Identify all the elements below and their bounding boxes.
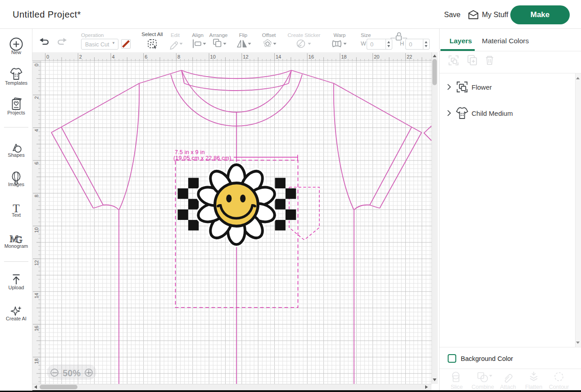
svg-text:8: 8 xyxy=(34,195,39,197)
svg-text:2: 2 xyxy=(34,96,39,99)
svg-text:4: 4 xyxy=(34,129,39,132)
svg-text:2: 2 xyxy=(79,54,82,59)
svg-text:18: 18 xyxy=(341,54,347,59)
svg-text:8: 8 xyxy=(177,54,180,59)
svg-text:16: 16 xyxy=(309,54,314,59)
svg-text:6: 6 xyxy=(34,162,39,164)
svg-text:6: 6 xyxy=(145,54,147,59)
svg-text:12: 12 xyxy=(243,54,248,59)
svg-text:0: 0 xyxy=(34,64,39,66)
svg-text:14: 14 xyxy=(276,54,281,59)
svg-text:(19.05 cm x 22.86 cm): (19.05 cm x 22.86 cm) xyxy=(173,155,231,161)
svg-text:22: 22 xyxy=(407,54,412,59)
svg-text:7.5 in x 9 in: 7.5 in x 9 in xyxy=(175,149,205,155)
svg-text:0: 0 xyxy=(46,54,49,59)
svg-text:10: 10 xyxy=(210,54,216,59)
svg-text:4: 4 xyxy=(112,54,114,59)
svg-text:20: 20 xyxy=(374,54,379,59)
